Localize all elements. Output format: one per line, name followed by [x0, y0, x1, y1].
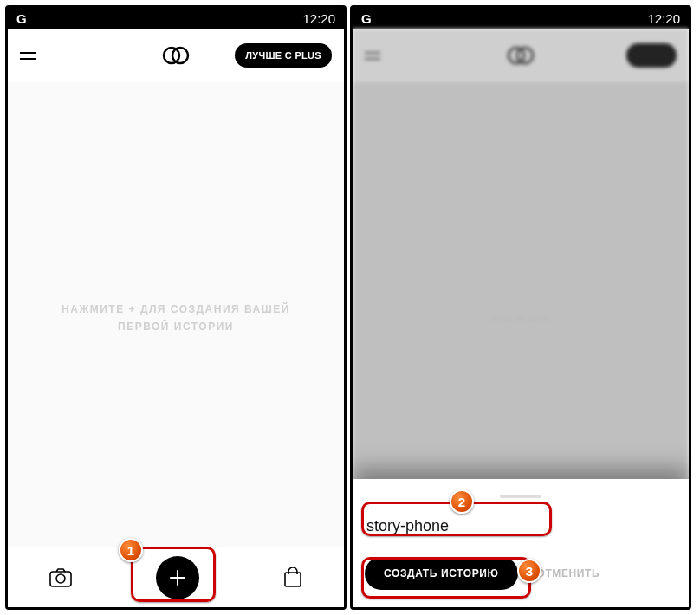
empty-line-2: ПЕРВОЙ ИСТОРИИ: [42, 318, 310, 335]
camera-icon[interactable]: [49, 568, 72, 587]
menu-icon-blurred: [365, 52, 384, 60]
top-bar: ЛУЧШЕ С PLUS: [8, 29, 344, 82]
sheet-handle[interactable]: [500, 495, 541, 498]
shop-icon[interactable]: [283, 567, 302, 588]
phone-left: G 12:20 ЛУЧШЕ С PLUS НАЖМИТЕ + ДЛЯ СОЗДА…: [5, 5, 347, 610]
upgrade-plus-button-blurred: [626, 43, 677, 68]
empty-state-blurred: — — — — —: [490, 314, 551, 323]
create-story-button[interactable]: СОЗДАТЬ ИСТОРИЮ: [365, 557, 518, 590]
menu-icon[interactable]: [20, 52, 39, 60]
empty-state-message: НАЖМИТЕ + ДЛЯ СОЗДАНИЯ ВАШЕЙ ПЕРВОЙ ИСТО…: [42, 301, 310, 336]
phone-right: G 12:20 — — — — — СОЗДАТЬ ИСТОРИ: [350, 5, 691, 610]
status-bar: G 12:20: [353, 8, 689, 29]
status-brand: G: [361, 11, 372, 26]
upgrade-plus-button[interactable]: ЛУЧШЕ С PLUS: [235, 43, 332, 68]
app-logo-icon: [159, 45, 192, 66]
status-time: 12:20: [302, 11, 335, 26]
svg-point-3: [56, 574, 65, 583]
app-logo-icon-blurred: [504, 45, 537, 66]
status-time: 12:20: [647, 11, 680, 26]
svg-rect-4: [285, 573, 301, 586]
cancel-button[interactable]: ОТМЕНИТЬ: [530, 557, 607, 590]
create-story-sheet: СОЗДАТЬ ИСТОРИЮ ОТМЕНИТЬ: [353, 479, 689, 607]
status-bar: G 12:20: [8, 8, 344, 29]
empty-line-1: НАЖМИТЕ + ДЛЯ СОЗДАНИЯ ВАШЕЙ: [42, 301, 310, 318]
story-name-input[interactable]: [365, 514, 552, 541]
bottom-bar: [8, 547, 344, 607]
add-story-button[interactable]: [156, 556, 199, 599]
status-brand: G: [16, 11, 27, 26]
